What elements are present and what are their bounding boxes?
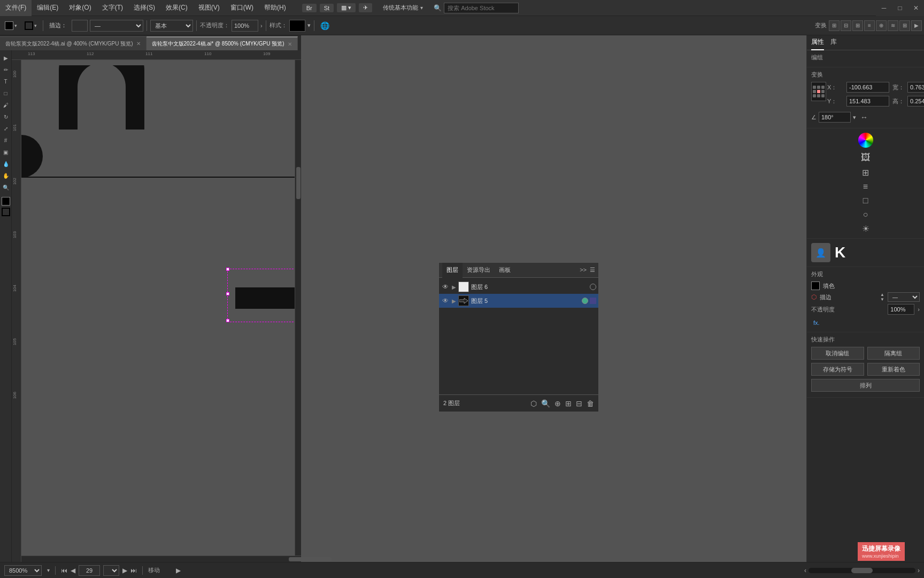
- layers-tab-assets[interactable]: 资源导出: [463, 263, 495, 278]
- stroke-up-btn[interactable]: ▲ ▼: [880, 292, 884, 302]
- scale-tool[interactable]: ⤢: [1, 123, 11, 134]
- art-panel-icon[interactable]: 🖼: [861, 152, 871, 163]
- eyedropper-tool[interactable]: 💧: [1, 158, 11, 169]
- layer-circle-5[interactable]: [582, 298, 588, 304]
- rotate-tool[interactable]: ↻: [1, 111, 11, 122]
- save-symbol-btn[interactable]: 存储为符号: [811, 363, 864, 376]
- color-wheel-icon[interactable]: [858, 133, 873, 148]
- layers-tab-artboard[interactable]: 画板: [495, 263, 515, 278]
- globe-btn[interactable]: 🌐: [318, 19, 332, 33]
- minimize-btn[interactable]: ─: [876, 0, 892, 16]
- menu-view[interactable]: 视图(V): [193, 0, 225, 16]
- go-prev-btn[interactable]: ◀: [71, 567, 75, 574]
- stroke-options-select[interactable]: —: [90, 20, 143, 32]
- v-scroll-thumb[interactable]: [296, 167, 301, 199]
- menu-window[interactable]: 窗口(W): [225, 0, 259, 16]
- arrange-btn[interactable]: ▦ ▾: [337, 3, 356, 12]
- menu-effect[interactable]: 效果(C): [160, 0, 193, 16]
- arrange-btn-props[interactable]: 排列: [811, 379, 920, 392]
- fill-color-btn[interactable]: ▾: [2, 19, 20, 33]
- fill-swatch-app[interactable]: [811, 282, 820, 290]
- align-icon[interactable]: ≡: [863, 182, 868, 192]
- tab-library[interactable]: 库: [830, 35, 837, 50]
- opacity-input-app[interactable]: [888, 304, 914, 315]
- stock-search-input[interactable]: [444, 3, 519, 13]
- close-btn[interactable]: ✕: [908, 0, 924, 16]
- go-last-btn[interactable]: ⏭: [130, 567, 137, 574]
- rect-icon[interactable]: □: [863, 196, 868, 206]
- transform-btn-4[interactable]: ≡: [864, 20, 875, 31]
- w-input[interactable]: [907, 82, 924, 93]
- tab-properties[interactable]: 属性: [811, 35, 824, 50]
- style-dropdown-icon[interactable]: ▾: [307, 22, 311, 29]
- redefine-btn[interactable]: 重新着色: [867, 363, 920, 376]
- h-scroll-thumb-bar[interactable]: [851, 568, 873, 573]
- menu-object[interactable]: 对象(O): [64, 0, 96, 16]
- menu-text[interactable]: 文字(T): [97, 0, 128, 16]
- circle2-icon[interactable]: ○: [863, 210, 868, 219]
- vertical-scrollbar[interactable]: [295, 60, 301, 556]
- layer-arrange-icon[interactable]: ⊞: [565, 399, 572, 408]
- angle-input[interactable]: [819, 112, 851, 123]
- layers-tab-layers[interactable]: 图层: [442, 263, 463, 278]
- hand-tool[interactable]: ✋: [1, 170, 11, 181]
- page-select[interactable]: ▾: [103, 565, 119, 576]
- ungroup-btn[interactable]: 取消编组: [811, 347, 864, 360]
- menu-file[interactable]: 文件(F): [0, 0, 32, 16]
- zoom-tool[interactable]: 🔍: [1, 182, 11, 193]
- h-scroll-thumb[interactable]: [289, 557, 332, 561]
- transform-btn-7[interactable]: ⊞: [899, 20, 910, 31]
- shape-tool[interactable]: □: [1, 88, 11, 98]
- layer-merge-icon[interactable]: ⊟: [576, 399, 582, 408]
- layer-add-artboard-icon[interactable]: ⬡: [530, 399, 537, 408]
- layer-arrow-5[interactable]: ▶: [452, 298, 456, 304]
- send-btn[interactable]: ✈: [359, 3, 372, 12]
- tab-english-close[interactable]: ✕: [136, 41, 141, 47]
- stock-btn[interactable]: St: [320, 4, 334, 12]
- go-first-btn[interactable]: ⏮: [61, 567, 67, 574]
- workspace-dropdown-icon[interactable]: ▾: [420, 5, 423, 11]
- opacity-input[interactable]: [232, 20, 258, 32]
- stroke-color-btn[interactable]: ▾: [22, 19, 40, 33]
- transform-btn-2[interactable]: ⊟: [841, 20, 851, 31]
- transform-grid-icon[interactable]: [811, 82, 826, 101]
- tab-chinese[interactable]: 齿轮泵中文版2022-4稿.ai* @ 8500% (CMYK/GPU 预览) …: [147, 36, 298, 50]
- base-select[interactable]: 基本: [150, 20, 193, 32]
- layer-sq-5[interactable]: [590, 298, 596, 304]
- tab-chinese-close[interactable]: ✕: [288, 41, 292, 47]
- layer-eye-5[interactable]: 👁: [441, 296, 450, 305]
- x-input[interactable]: [846, 82, 889, 93]
- scroll-right-indicator[interactable]: ›: [918, 567, 920, 574]
- brush-tool[interactable]: 🖌: [1, 100, 11, 110]
- layer-arrow-6[interactable]: ▶: [452, 284, 456, 290]
- y-input[interactable]: [846, 96, 889, 107]
- maximize-btn[interactable]: □: [892, 0, 908, 16]
- layer-row-6[interactable]: 👁 ▶ 图层 6: [439, 280, 598, 294]
- menu-edit[interactable]: 编辑(E): [32, 0, 64, 16]
- layer-circle-6[interactable]: [590, 284, 596, 290]
- isolate-btn[interactable]: 隔离组: [867, 347, 920, 360]
- opacity-more-btn[interactable]: ›: [260, 22, 263, 29]
- transform-icon[interactable]: ⊞: [862, 168, 869, 178]
- transform-btn-8[interactable]: ▶: [911, 20, 922, 31]
- opacity-arrow-btn[interactable]: ›: [918, 306, 920, 313]
- layer-search-icon[interactable]: 🔍: [541, 399, 550, 408]
- angle-dropdown[interactable]: ▾: [853, 114, 856, 121]
- horizontal-scrollbar[interactable]: [21, 556, 301, 562]
- bridge-btn[interactable]: Br: [302, 4, 317, 12]
- h-input[interactable]: [907, 96, 924, 107]
- scroll-left-indicator[interactable]: ‹: [804, 567, 806, 574]
- stroke-style-select[interactable]: —: [888, 292, 920, 302]
- zoom-select[interactable]: 8500%: [4, 565, 42, 576]
- flip-h-btn[interactable]: ↔: [860, 113, 868, 121]
- pen-tool[interactable]: ✏: [1, 64, 11, 75]
- type-tool[interactable]: T: [1, 76, 11, 87]
- gradient-tool[interactable]: ▣: [1, 147, 11, 157]
- transform-btn-3[interactable]: ⊞: [852, 20, 863, 31]
- animation-play-btn[interactable]: ▶: [176, 567, 181, 574]
- layers-overflow-icon[interactable]: >>: [580, 267, 587, 273]
- sun-icon[interactable]: ☀: [862, 224, 869, 234]
- menu-help[interactable]: 帮助(H): [259, 0, 291, 16]
- layers-menu-icon[interactable]: ☰: [590, 267, 595, 273]
- layer-row-5[interactable]: 👁 ▶ 图层 5: [439, 294, 598, 308]
